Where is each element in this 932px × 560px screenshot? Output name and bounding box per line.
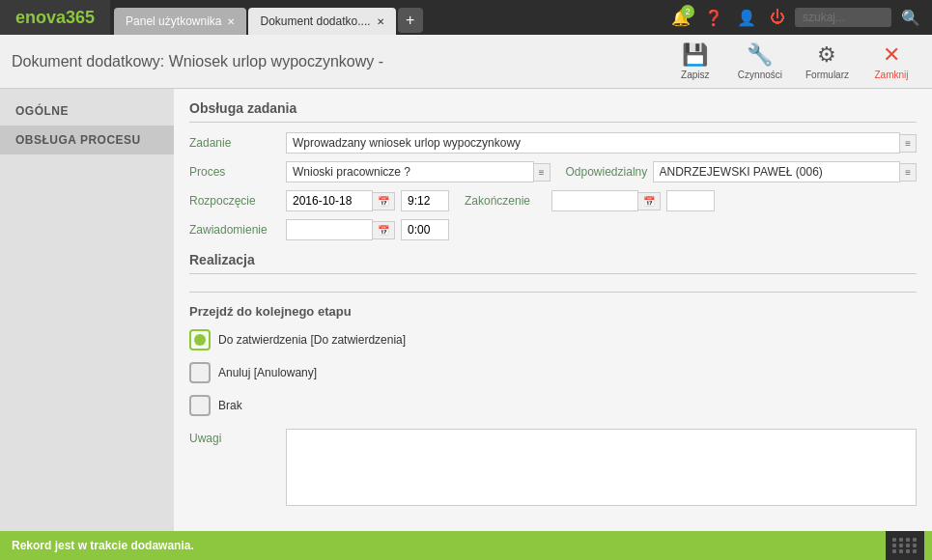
corner-dots [892,538,918,553]
zawiadomienie-date-field: 📅 [286,219,395,240]
radio-inner-1 [194,334,206,346]
zadanie-label: Zadanie [189,136,286,150]
tabs-bar: Panel użytkownika ✕ Dokument dodatko....… [114,0,422,35]
document-title: Dokument dodatkowy: Wniosek urlop wypocz… [12,53,663,70]
help-icon[interactable]: ❓ [700,5,727,31]
main-area: OGÓLNE OBSŁUGA PROCESU Obsługa zadania Z… [0,89,932,531]
zadanie-row: Zadanie ≡ [189,132,917,154]
rozpoczecie-label: Rozpoczęcie [189,194,286,208]
radio-option-1: Do zatwierdzenia [Do zatwierdzenia] [189,326,917,353]
save-icon: 💾 [682,42,708,68]
radio-label-1: Do zatwierdzenia [Do zatwierdzenia] [218,333,406,347]
corner-widget [886,531,924,560]
zawiadomienie-calendar-button[interactable]: 📅 [373,221,395,239]
proces-row: Proces ≡ Odpowiedzialny ≡ [189,161,917,182]
next-stage-label: Przejdź do kolejnego etapu [189,304,917,319]
rozpoczecie-date-field: 📅 [286,190,395,211]
odpowiedzialny-label: Odpowiedzialny [566,165,653,179]
proces-input[interactable] [286,161,534,182]
zawiadomienie-date-input[interactable] [286,219,373,240]
zawiadomienie-row: Zawiadomienie 📅 [189,219,917,240]
formula-button[interactable]: ⚙ Formularz [796,39,859,84]
tab-close-2[interactable]: ✕ [377,16,384,27]
rozpoczecie-row: Rozpoczęcie 📅 Zakończenie 📅 [189,190,917,211]
radio-label-3: Brak [218,399,242,412]
zadanie-list-button[interactable]: ≡ [900,134,917,153]
realizacja-section: Realizacja [189,252,917,293]
toolbar: Dokument dodatkowy: Wniosek urlop wypocz… [0,35,932,89]
uwagi-label: Uwagi [189,429,286,445]
odpowiedzialny-input[interactable] [653,161,901,182]
status-bar-right [886,531,924,560]
zakonczenie-time-input[interactable] [666,190,715,211]
section2-header: Realizacja [189,252,917,274]
actions-button[interactable]: 🔧 Czynności [728,39,792,84]
tab-close-1[interactable]: ✕ [227,16,235,27]
sidebar-item-obsluga[interactable]: OBSŁUGA PROCESU [0,126,174,154]
top-bar-right: 🔔 2 ❓ 👤 ⏻ 🔍 [667,5,932,31]
status-bar: Rekord jest w trakcie dodawania. [0,531,932,560]
notification-badge: 2 [681,5,694,18]
top-bar: enova365 Panel użytkownika ✕ Dokument do… [0,0,932,35]
zakonczenie-calendar-button[interactable]: 📅 [638,192,661,210]
status-message: Rekord jest w trakcie dodawania. [12,539,194,552]
actions-icon: 🔧 [747,42,773,68]
zadanie-input[interactable] [286,132,900,154]
tab-dokument-dodatkowy[interactable]: Dokument dodatko.... ✕ [248,8,395,35]
formula-icon: ⚙ [817,42,836,68]
next-stage-section: Przejdź do kolejnego etapu Do zatwierdze… [189,304,917,506]
uwagi-row: Uwagi [189,429,917,506]
rozpoczecie-time-input[interactable] [401,190,449,211]
notification-icon[interactable]: 🔔 2 [667,5,694,31]
close-icon: ✕ [883,42,900,68]
search-input[interactable] [795,8,891,27]
radio-button-1[interactable] [189,329,211,350]
top-bar-left: enova365 Panel użytkownika ✕ Dokument do… [0,0,423,35]
radio-label-2: Anuluj [Anulowany] [218,366,317,379]
proces-list-button[interactable]: ≡ [534,163,551,182]
tab-add-button[interactable]: + [398,8,423,33]
user-icon[interactable]: 👤 [733,5,760,31]
proces-label: Proces [189,165,286,179]
zakonczenie-date-field: 📅 [551,190,661,211]
radio-option-3: Brak [189,392,917,419]
sidebar: OGÓLNE OBSŁUGA PROCESU [0,89,174,531]
tab-panel-uzytkownika[interactable]: Panel użytkownika ✕ [114,8,246,35]
zakonczenie-label: Zakończenie [465,194,551,208]
radio-button-3[interactable] [189,395,211,416]
rozpoczecie-calendar-button[interactable]: 📅 [373,192,395,210]
rozpoczecie-date-input[interactable] [286,190,373,211]
power-icon[interactable]: ⏻ [766,5,789,30]
uwagi-textarea[interactable] [286,429,917,506]
zakonczenie-date-input[interactable] [551,190,638,211]
zawiadomienie-label: Zawiadomienie [189,223,286,237]
odpowiedzialny-list-button[interactable]: ≡ [900,163,917,182]
zawiadomienie-time-input[interactable] [401,219,449,240]
close-button[interactable]: ✕ Zamknij [862,39,920,84]
search-button[interactable]: 🔍 [897,5,924,31]
section1-header: Obsługa zadania [189,100,917,123]
content-panel: Obsługa zadania Zadanie ≡ Proces ≡ Odpow… [174,89,932,531]
radio-option-2: Anuluj [Anulowany] [189,359,917,386]
radio-button-2[interactable] [189,362,211,383]
logo: enova365 [0,0,110,35]
sidebar-item-ogolne[interactable]: OGÓLNE [0,97,174,126]
save-button[interactable]: 💾 Zapisz [666,39,724,84]
